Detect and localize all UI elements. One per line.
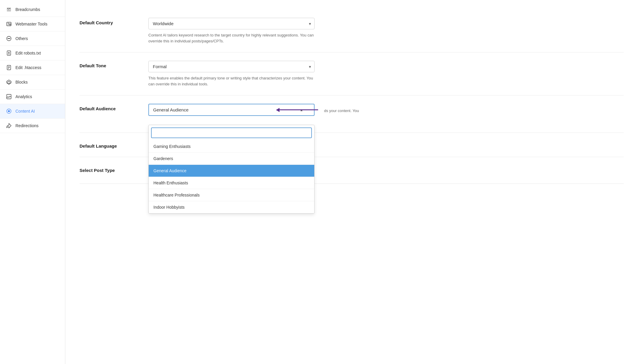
default-tone-label: Default Tone: [80, 61, 139, 68]
default-audience-row: Default Audience General Audience ▲: [80, 95, 624, 133]
sidebar: Breadcrumbs Webmaster Tools Others: [0, 0, 65, 364]
sidebar-label-others: Others: [15, 36, 28, 41]
audience-option-gardeners[interactable]: Gardeners: [149, 153, 314, 165]
default-country-control: Worldwide ▾ Content AI tailors keyword r…: [148, 18, 315, 44]
others-icon: [6, 36, 12, 41]
edit-htaccess-icon: [6, 65, 12, 71]
audience-dropdown-list: Gaming Enthusiasts Gardeners General Aud…: [148, 125, 315, 214]
audience-option-healthcare[interactable]: Healthcare Professionals: [149, 189, 314, 201]
audience-option-health[interactable]: Health Enthusiasts: [149, 177, 314, 189]
sidebar-item-analytics[interactable]: Analytics: [0, 90, 65, 104]
sidebar-label-content-ai: Content AI: [15, 109, 35, 114]
default-tone-description: This feature enables the default primary…: [148, 75, 315, 87]
sidebar-label-webmaster-tools: Webmaster Tools: [15, 22, 47, 26]
sidebar-label-blocks: Blocks: [15, 80, 28, 84]
default-country-row: Default Country Worldwide ▾ Content AI t…: [80, 9, 624, 52]
audience-selected-value: General Audience: [153, 107, 188, 112]
redirections-icon: [6, 123, 12, 129]
arrow-head: [276, 108, 280, 112]
sidebar-label-breadcrumbs: Breadcrumbs: [15, 7, 40, 12]
sidebar-item-webmaster-tools[interactable]: Webmaster Tools: [0, 17, 65, 31]
blocks-icon: [6, 79, 12, 85]
default-tone-row: Default Tone Formal ▾ This feature enabl…: [80, 52, 624, 95]
sidebar-label-edit-robots: Edit robots.txt: [15, 51, 41, 55]
audience-search-input[interactable]: [151, 127, 312, 138]
svg-point-20: [9, 111, 9, 112]
form-section: Default Country Worldwide ▾ Content AI t…: [80, 9, 624, 184]
svg-rect-3: [9, 24, 11, 25]
sidebar-label-analytics: Analytics: [15, 94, 32, 99]
sidebar-item-breadcrumbs[interactable]: Breadcrumbs: [0, 2, 65, 17]
analytics-icon: [6, 94, 12, 100]
default-country-description: Content AI tailors keyword research to t…: [148, 32, 315, 44]
default-language-label: Default Language: [80, 141, 139, 149]
sidebar-item-others[interactable]: Others: [0, 31, 65, 46]
arrow-annotation: [276, 108, 356, 112]
default-audience-control: General Audience ▲ Ga: [148, 104, 315, 124]
arrow-line: [280, 109, 318, 110]
select-post-type-label: Select Post Type: [80, 165, 139, 173]
svg-point-6: [9, 38, 9, 39]
breadcrumbs-icon: [6, 7, 12, 12]
svg-point-10: [9, 52, 9, 53]
sidebar-label-edit-htaccess: Edit .htaccess: [15, 65, 41, 70]
default-tone-dropdown-wrapper: Formal ▾: [148, 61, 315, 72]
default-audience-label: Default Audience: [80, 104, 139, 111]
svg-point-8: [9, 38, 10, 39]
default-country-select[interactable]: Worldwide: [148, 18, 315, 29]
edit-robots-icon: [6, 50, 12, 56]
sidebar-item-content-ai[interactable]: Content AI: [0, 104, 65, 119]
audience-option-general[interactable]: General Audience: [149, 165, 314, 177]
svg-marker-17: [8, 81, 10, 84]
sidebar-item-edit-robots[interactable]: Edit robots.txt: [0, 46, 65, 60]
default-tone-control: Formal ▾ This feature enables the defaul…: [148, 61, 315, 87]
audience-option-gaming[interactable]: Gaming Enthusiasts: [149, 141, 314, 153]
default-tone-select[interactable]: Formal: [148, 61, 315, 72]
default-country-dropdown-wrapper: Worldwide ▾: [148, 18, 315, 29]
content-ai-icon: [6, 108, 12, 114]
default-country-label: Default Country: [80, 18, 139, 25]
audience-option-indoor[interactable]: Indoor Hobbyists: [149, 201, 314, 213]
sidebar-item-blocks[interactable]: Blocks: [0, 75, 65, 90]
sidebar-item-edit-htaccess[interactable]: Edit .htaccess: [0, 60, 65, 75]
svg-point-7: [8, 38, 8, 39]
sidebar-label-redirections: Redirections: [15, 123, 39, 128]
main-content: Default Country Worldwide ▾ Content AI t…: [65, 0, 638, 364]
sidebar-item-redirections[interactable]: Redirections: [0, 119, 65, 133]
audience-search-wrapper: [149, 125, 314, 141]
webmaster-tools-icon: [6, 21, 12, 27]
